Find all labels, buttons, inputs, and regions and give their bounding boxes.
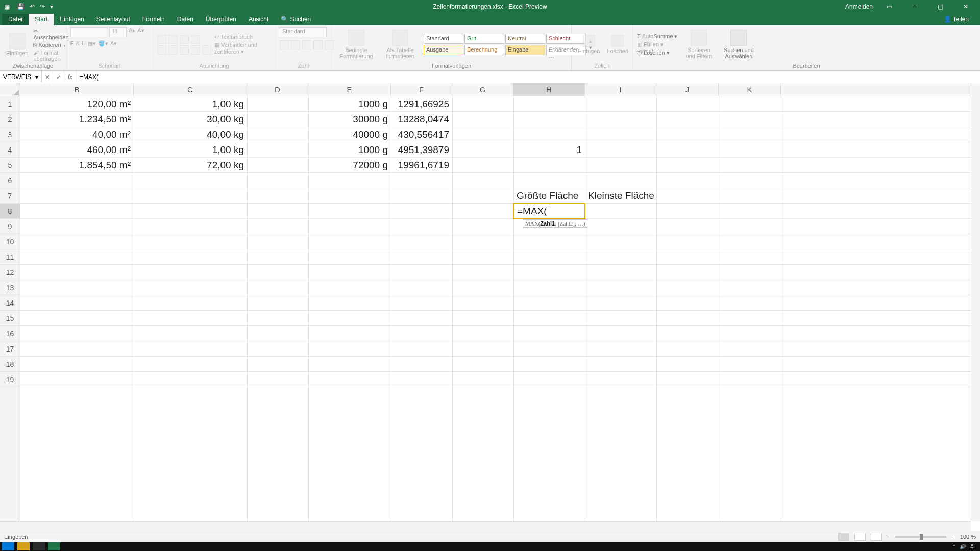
tab-daten[interactable]: Daten [171, 14, 200, 25]
style-gut[interactable]: Gut [464, 34, 504, 44]
row-header-19[interactable]: 19 [0, 372, 20, 387]
inc-decimal-icon[interactable] [313, 40, 323, 49]
tab-einfuegen[interactable]: Einfügen [54, 14, 90, 25]
cell-B1[interactable]: 120,00 m² [20, 96, 134, 112]
select-all-corner[interactable] [0, 83, 20, 96]
accept-formula-button[interactable]: ✓ [53, 71, 64, 83]
row-header-8[interactable]: 8 [0, 204, 20, 219]
cell-B4[interactable]: 460,00 m² [20, 142, 134, 158]
wrap-text-button[interactable]: ↩ Textumbruch [214, 34, 271, 40]
save-icon[interactable]: 💾 [17, 3, 24, 10]
cell-C3[interactable]: 40,00 kg [134, 127, 247, 142]
col-header-C[interactable]: C [134, 83, 247, 96]
cell-C5[interactable]: 72,00 kg [134, 158, 247, 173]
vertical-scrollbar[interactable] [971, 83, 980, 521]
orientation-icon[interactable] [191, 35, 200, 44]
row-header-13[interactable]: 13 [0, 280, 20, 295]
worksheet[interactable]: BCDEFGHIJK 12345678910111213141516171819… [0, 83, 980, 531]
style-ausgabe[interactable]: Ausgabe [424, 45, 463, 55]
indent-inc-icon[interactable] [202, 45, 211, 55]
cell-C1[interactable]: 1,00 kg [134, 96, 247, 112]
horizontal-scrollbar-track[interactable] [0, 521, 971, 531]
font-size-combo[interactable]: 11 [109, 27, 127, 37]
cell-E4[interactable]: 1000 g [308, 142, 391, 158]
col-header-I[interactable]: I [585, 83, 656, 96]
tab-start[interactable]: Start [29, 14, 54, 25]
row-header-2[interactable]: 2 [0, 112, 20, 127]
cell-H4[interactable]: 1 [513, 142, 585, 158]
row-header-10[interactable]: 10 [0, 234, 20, 249]
view-normal-button[interactable] [838, 533, 849, 541]
bold-button[interactable]: F [70, 40, 74, 47]
taskbar-excel-icon[interactable] [48, 542, 60, 550]
col-header-J[interactable]: J [656, 83, 719, 96]
sort-filter-button[interactable]: Sortieren und Filtern [680, 29, 717, 60]
cell-C4[interactable]: 1,00 kg [134, 142, 247, 158]
insert-cells-button[interactable]: Einfügen [576, 34, 602, 55]
dec-decimal-icon[interactable] [325, 40, 334, 49]
delete-cells-button[interactable]: Löschen [605, 34, 630, 55]
align-top-icon[interactable] [157, 35, 166, 44]
grow-font-icon[interactable]: A▴ [129, 27, 135, 37]
formula-input[interactable]: =MAX( [77, 71, 980, 83]
find-select-button[interactable]: Suchen und Auswählen [720, 29, 757, 60]
font-name-combo[interactable] [70, 27, 107, 37]
maximize-button[interactable]: ▢ [931, 3, 949, 10]
col-header-B[interactable]: B [20, 83, 134, 96]
fx-icon[interactable]: fx [64, 71, 77, 83]
style-standard[interactable]: Standard [424, 34, 463, 44]
row-header-4[interactable]: 4 [0, 142, 20, 158]
view-pagebreak-button[interactable] [871, 533, 882, 541]
col-header-E[interactable]: E [308, 83, 391, 96]
row-header-15[interactable]: 15 [0, 311, 20, 326]
cell-I7[interactable]: Kleinste Fläche [585, 188, 719, 204]
cell-B5[interactable]: 1.854,50 m² [20, 158, 134, 173]
cell-F3[interactable]: 430,556417 [391, 127, 452, 142]
zoom-level[interactable]: 100 % [960, 534, 976, 540]
cell-B3[interactable]: 40,00 m² [20, 127, 134, 142]
currency-icon[interactable] [280, 40, 289, 49]
align-bottom-icon[interactable] [180, 35, 189, 44]
cancel-formula-button[interactable]: ✕ [42, 71, 53, 83]
fill-button[interactable]: ▥ Füllen ▾ [637, 41, 677, 48]
taskbar-app-icon[interactable] [33, 542, 45, 550]
cell-E5[interactable]: 72000 g [308, 158, 391, 173]
font-color-button[interactable]: A▾ [110, 40, 117, 47]
cell-styles-gallery[interactable]: Standard Gut Neutral Schlecht Ausgabe Be… [424, 34, 586, 55]
signin-link[interactable]: Anmelden [845, 3, 873, 10]
row-header-18[interactable]: 18 [0, 357, 20, 372]
close-button[interactable]: ✕ [957, 3, 975, 10]
row-header-7[interactable]: 7 [0, 188, 20, 204]
start-button[interactable] [2, 542, 14, 550]
row-header-6[interactable]: 6 [0, 173, 20, 188]
tray-chevron-icon[interactable]: ˄ [953, 544, 955, 549]
ribbon-options-icon[interactable]: ▭ [880, 3, 898, 10]
redo-icon[interactable]: ↷ [40, 3, 45, 10]
row-header-14[interactable]: 14 [0, 295, 20, 311]
tab-teilen[interactable]: 👤 Teilen [938, 14, 975, 25]
col-header-D[interactable]: D [247, 83, 308, 96]
cut-button[interactable]: ✂ Ausschneiden [33, 28, 68, 40]
paste-button[interactable]: Einfügen [4, 32, 30, 57]
undo-icon[interactable]: ↶ [30, 3, 35, 10]
minimize-button[interactable]: — [905, 3, 924, 10]
row-header-11[interactable]: 11 [0, 249, 20, 265]
percent-icon[interactable] [291, 40, 300, 49]
cell-H8[interactable]: =MAX( [513, 203, 585, 219]
row-headers[interactable]: 12345678910111213141516171819 [0, 96, 20, 521]
tray-volume-icon[interactable]: 🔊 [960, 544, 966, 549]
tab-formeln[interactable]: Formeln [136, 14, 171, 25]
row-header-9[interactable]: 9 [0, 219, 20, 234]
cell-H7[interactable]: Größte Fläche [513, 188, 585, 204]
align-middle-icon[interactable] [168, 35, 178, 44]
cell-F5[interactable]: 19961,6719 [391, 158, 452, 173]
shrink-font-icon[interactable]: A▾ [137, 27, 144, 37]
row-header-16[interactable]: 16 [0, 326, 20, 341]
zoom-slider[interactable] [895, 536, 946, 538]
format-as-table-button[interactable]: Als Tabelle formatieren [380, 29, 421, 60]
underline-button[interactable]: U [82, 40, 86, 47]
tab-ueberpruefen[interactable]: Überprüfen [200, 14, 242, 25]
zoom-in-button[interactable]: + [951, 534, 954, 540]
column-headers[interactable]: BCDEFGHIJK [20, 83, 971, 96]
row-header-1[interactable]: 1 [0, 96, 20, 112]
